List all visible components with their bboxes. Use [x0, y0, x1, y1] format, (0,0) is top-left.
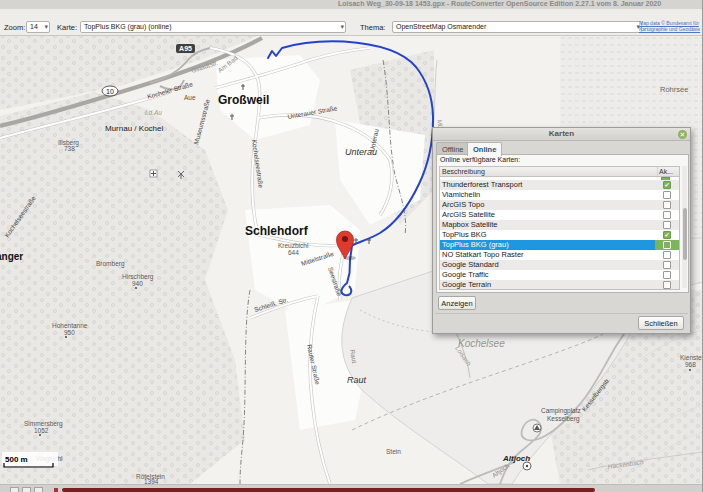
map-active-checkbox[interactable]: [655, 180, 679, 190]
map-label-kienstein: Kienstei: [680, 354, 703, 361]
map-name: Google Standard: [440, 260, 655, 270]
scrollbar-thumb[interactable]: [683, 208, 687, 260]
menubar: Datei Bearbeiten Position Positionsliste…: [0, 9, 703, 18]
column-beschreibung[interactable]: Beschreibung: [440, 167, 658, 176]
table-row[interactable]: Google Traffic: [440, 270, 679, 280]
chevron-down-icon: ▾: [340, 22, 344, 32]
map-active-checkbox[interactable]: [655, 230, 679, 240]
map-label-644: 644: [288, 249, 299, 256]
anzeigen-button[interactable]: Anzeigen: [438, 296, 476, 310]
window-title: Loisach Weg_30-09-18 1453.gpx - RouteCon…: [338, 0, 661, 7]
svg-text:10: 10: [106, 88, 114, 95]
close-icon[interactable]: ✕: [678, 130, 687, 139]
panel-icon[interactable]: [22, 487, 31, 492]
map-active-checkbox[interactable]: [655, 200, 679, 210]
elevation-profile-dot: [54, 488, 58, 492]
dialog-title: Karten: [433, 128, 690, 140]
map-label-950: 950: [64, 329, 75, 336]
map-active-checkbox[interactable]: [655, 260, 679, 270]
map-label-kochelsee: Kochelsee: [458, 338, 505, 349]
routeconverter-window: Loisach Weg_30-09-18 1453.gpx - RouteCon…: [0, 0, 703, 492]
map-active-checkbox[interactable]: [655, 270, 679, 280]
scale-bar: 500 m: [2, 452, 58, 467]
map-active-checkbox[interactable]: [655, 190, 679, 200]
table-row[interactable]: Thunderforest Transport: [440, 180, 679, 190]
map-name: Google Terrain: [440, 280, 655, 290]
map-label-murnau-kochel: Murnau / Kochel: [105, 124, 163, 133]
map-name: TopPlus BKG: [440, 230, 655, 240]
panel-icon[interactable]: [10, 487, 19, 492]
table-row[interactable]: Google Standard: [440, 260, 679, 270]
map-label-940: 940: [132, 280, 143, 287]
map-active-checkbox[interactable]: [655, 210, 679, 220]
map-select[interactable]: TopPlus BKG (grau) (online)▾: [80, 21, 346, 33]
schliessen-button[interactable]: Schließen: [638, 316, 684, 330]
map-name: Thunderforest Transport: [440, 180, 655, 190]
toolbar: Zoom: 14▾ Karte: TopPlus BKG (grau) (onl…: [0, 18, 703, 36]
b10-shield: 10: [102, 86, 118, 96]
map-name: Mapbox Satellite: [440, 220, 655, 230]
map-label-1052: 1052: [34, 427, 49, 434]
chevron-down-icon: ▾: [44, 22, 48, 32]
map-label-raut: Raut: [347, 375, 367, 385]
altjoch-poi-icon: [523, 462, 531, 470]
map-name: Viamichelin: [440, 190, 655, 200]
map-name: Google Traffic: [440, 270, 655, 280]
table-row[interactable]: NO Statkart Topo Raster: [440, 250, 679, 260]
map-label-rohrsee: Rohrsee: [660, 85, 688, 94]
table-row[interactable]: TopPlus BKG: [440, 230, 679, 240]
map-label-grossweil: Großweil: [218, 93, 269, 107]
online-maps-panel: Online verfügbare Karten: Beschreibung A…: [436, 154, 689, 293]
svg-text:A95: A95: [179, 45, 192, 52]
map-label-stein: Stein: [386, 448, 401, 455]
a95-shield: A95: [176, 44, 195, 53]
map-name: ArcGIS Topo: [440, 200, 655, 210]
zoom-select[interactable]: 14▾: [26, 21, 50, 33]
tab-online[interactable]: Online: [467, 142, 502, 156]
table-header[interactable]: Beschreibung Ak...: [440, 167, 679, 177]
map-label-schlehdorf: Schlehdorf: [245, 224, 309, 238]
map-label-kreuzbichl: Kreuzbichl: [278, 242, 309, 249]
map-label-bromberg: Bromberg: [96, 260, 125, 268]
pharmacy-icon: [150, 170, 157, 177]
theme-select-label: Thema:: [360, 23, 385, 32]
map-attribution-link[interactable]: Map data © Bundesamt für Kartographie un…: [639, 20, 701, 32]
table-row[interactable]: Google Terrain: [440, 280, 679, 290]
map-label-968: 968: [685, 361, 696, 368]
map-select-label: Karte:: [57, 23, 77, 32]
table-row[interactable]: Mapbox Satellite: [440, 220, 679, 230]
map-active-checkbox[interactable]: [655, 250, 679, 260]
map-active-checkbox[interactable]: [655, 220, 679, 230]
online-maps-label: Online verfügbare Karten:: [440, 156, 520, 163]
dialog-separator: [435, 313, 688, 314]
map-label-id-au: I.d.Au: [145, 109, 162, 116]
map-active-checkbox[interactable]: [655, 280, 679, 290]
map-name: TopPlus BKG (grau): [440, 240, 655, 250]
column-aktiv[interactable]: Ak...: [658, 167, 679, 176]
maps-table: Beschreibung Ak... Thunderforest Transpo…: [439, 166, 680, 290]
elevation-profile-bar: [62, 488, 595, 492]
map-name: NO Statkart Topo Raster: [440, 250, 655, 260]
table-row[interactable]: ArcGIS Satellite: [440, 210, 679, 220]
dialog-titlebar[interactable]: Karten ✕: [433, 128, 690, 141]
map-name: ArcGIS Satellite: [440, 210, 655, 220]
theme-select[interactable]: OpenStreetMap Osmarender▾: [392, 21, 642, 33]
positions-panel-edge: [0, 484, 703, 492]
zoom-label: Zoom:: [4, 23, 25, 32]
map-label-kesselberg: Kesselberg: [547, 415, 580, 423]
campsite-icon: [533, 424, 541, 432]
window-titlebar: Loisach Weg_30-09-18 1453.gpx - RouteCon…: [0, 0, 703, 9]
table-scrollbar[interactable]: [682, 166, 687, 288]
svg-text:500 m: 500 m: [5, 455, 28, 464]
map-active-checkbox[interactable]: [655, 240, 679, 250]
map-label-campingplatz: Campingplatz: [541, 407, 581, 415]
table-row[interactable]: ArcGIS Topo: [440, 200, 679, 210]
table-row[interactable]: Viamichelin: [440, 190, 679, 200]
map-label-hohentanne: Hohentanne: [52, 322, 88, 329]
map-label-738: 738: [64, 145, 75, 152]
panel-icon[interactable]: [34, 487, 43, 492]
table-row-selected[interactable]: TopPlus BKG (grau): [440, 240, 679, 250]
karten-dialog: Karten ✕ Offline Online Online verfügbar…: [432, 127, 691, 334]
map-label-anger: anger: [0, 251, 23, 262]
map-label-aue: Aue: [184, 94, 196, 101]
